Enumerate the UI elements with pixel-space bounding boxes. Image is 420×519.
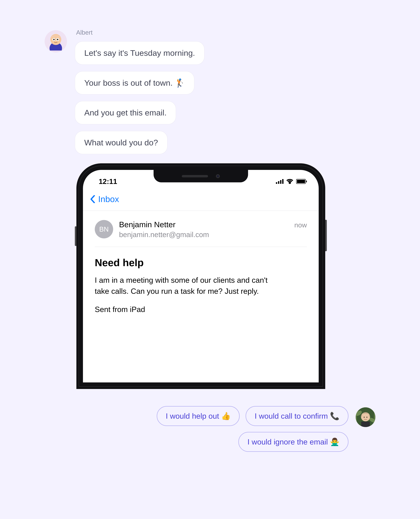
mail-subject: Need help bbox=[95, 257, 306, 269]
reply-option-ignore[interactable]: I would ignore the email 🙅‍♂️ bbox=[238, 432, 348, 452]
status-icons bbox=[276, 179, 307, 184]
incoming-block: Albert Let's say it's Tuesday morning. Y… bbox=[45, 29, 375, 154]
reply-block: I would help out 👍 I would call to confi… bbox=[45, 406, 375, 452]
message-bubble: Let's say it's Tuesday morning. bbox=[75, 41, 204, 65]
mail-back-button[interactable]: Inbox bbox=[83, 189, 319, 211]
svg-point-4 bbox=[53, 39, 55, 40]
chat-container: Albert Let's say it's Tuesday morning. Y… bbox=[0, 0, 420, 462]
message-bubble: Your boss is out of town. 🏌️ bbox=[75, 71, 194, 95]
svg-rect-17 bbox=[361, 422, 370, 427]
sender-initials: BN bbox=[99, 225, 109, 233]
svg-point-20 bbox=[367, 417, 367, 418]
mail-sender-email: benjamin.netter@gmail.com bbox=[119, 230, 288, 239]
user-avatar bbox=[356, 407, 375, 427]
reply-option-call[interactable]: I would call to confirm 📞 bbox=[246, 406, 348, 426]
svg-point-5 bbox=[57, 39, 58, 40]
message-bubble: And you get this email. bbox=[75, 101, 176, 124]
reply-options: I would help out 👍 I would call to confi… bbox=[118, 406, 348, 452]
svg-rect-6 bbox=[55, 39, 56, 39]
phone-notch bbox=[154, 170, 248, 182]
sender-name: Albert bbox=[75, 29, 204, 36]
status-time: 12:11 bbox=[99, 177, 117, 186]
svg-rect-12 bbox=[297, 180, 305, 183]
reply-option-help[interactable]: I would help out 👍 bbox=[157, 406, 240, 426]
bot-avatar bbox=[45, 30, 67, 52]
phone-screen: 12:11 bbox=[83, 170, 319, 382]
front-camera bbox=[216, 174, 220, 178]
mail-body: Need help I am in a meeting with some of… bbox=[83, 247, 319, 315]
cellular-icon bbox=[276, 179, 284, 184]
svg-rect-10 bbox=[282, 179, 284, 184]
phone-frame: 12:11 bbox=[76, 163, 325, 389]
speaker-grille bbox=[182, 175, 208, 177]
sender-info: Benjamin Netter benjamin.netter@gmail.co… bbox=[119, 220, 288, 239]
phone-mockup: 12:11 bbox=[75, 163, 327, 389]
svg-rect-13 bbox=[306, 180, 307, 182]
mail-text: I am in a meeting with some of our clien… bbox=[95, 274, 278, 315]
user-avatar-illustration bbox=[356, 407, 375, 427]
incoming-messages: Albert Let's say it's Tuesday morning. Y… bbox=[75, 29, 204, 154]
svg-point-19 bbox=[364, 417, 365, 418]
battery-icon bbox=[296, 179, 307, 184]
mail-body-line: Sent from iPad bbox=[95, 304, 278, 315]
svg-rect-9 bbox=[280, 180, 281, 184]
mail-back-label: Inbox bbox=[98, 194, 119, 204]
bot-avatar-illustration bbox=[47, 32, 65, 51]
svg-rect-8 bbox=[278, 181, 279, 184]
message-bubble: What would you do? bbox=[75, 131, 167, 154]
svg-point-18 bbox=[361, 412, 370, 421]
mail-received-time: now bbox=[294, 221, 307, 229]
mail-body-line: I am in a meeting with some of our clien… bbox=[95, 274, 278, 297]
phone-side-button bbox=[325, 220, 327, 251]
mail-sender-name: Benjamin Netter bbox=[119, 220, 288, 229]
mail-header: BN Benjamin Netter benjamin.netter@gmail… bbox=[83, 211, 319, 247]
wifi-icon bbox=[286, 179, 293, 184]
chevron-left-icon bbox=[90, 195, 96, 203]
sender-avatar: BN bbox=[95, 220, 113, 238]
svg-rect-7 bbox=[276, 182, 277, 184]
